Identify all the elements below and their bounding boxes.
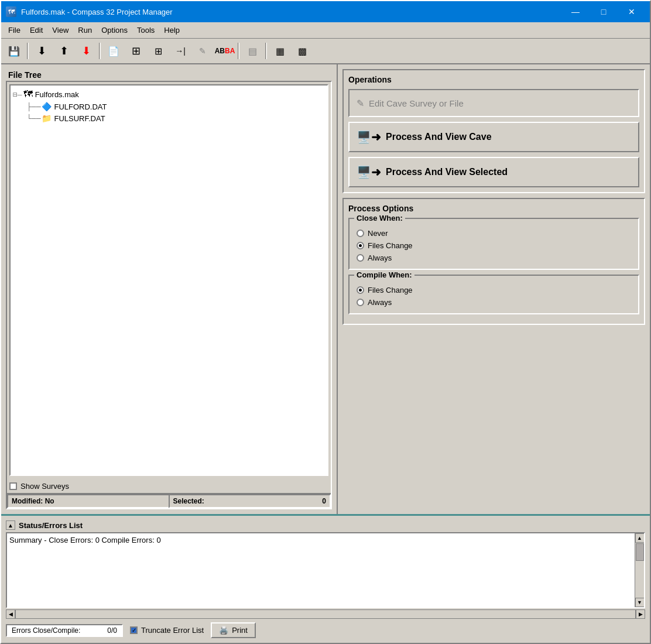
tree-item-fulford[interactable]: ├── 🔷 FULFORD.DAT: [13, 101, 325, 112]
menu-run[interactable]: Run: [73, 24, 97, 36]
menu-help[interactable]: Help: [159, 24, 184, 36]
modified-value: No: [45, 497, 54, 505]
menu-bar: File Edit View Run Options Tools Help: [1, 22, 650, 39]
bottom-header: ▲ Status/Errors List: [4, 518, 647, 532]
radio-compile-files[interactable]: [357, 286, 364, 294]
add-row-button[interactable]: ⊞: [148, 41, 169, 61]
operations-section: Operations ✎ Edit Cave Survey or File 🖥️…: [342, 69, 645, 193]
tree-item-fulsurf-label: FULSURF.DAT: [54, 114, 105, 123]
close-when-title: Close When:: [354, 214, 405, 222]
toolbar-separator-1: [27, 43, 29, 59]
edit-cave-label: Edit Cave Survey or File: [369, 98, 464, 108]
radio-always[interactable]: [357, 254, 364, 262]
truncate-checkbox[interactable]: ✓: [130, 626, 138, 634]
scroll-right-arrow[interactable]: ▶: [636, 609, 645, 619]
print-label: Print: [232, 626, 248, 635]
grid-button[interactable]: ⊞: [125, 41, 146, 61]
process-cave-label: Process And View Cave: [386, 132, 492, 142]
operations-title: Operations: [348, 75, 639, 84]
radio-compile-files-label: Files Change: [368, 286, 413, 294]
horizontal-scrollbar-container: ◀ ▶: [6, 609, 645, 619]
down-red-button[interactable]: ⬇: [76, 41, 97, 61]
selected-value: 0: [322, 497, 326, 505]
maximize-button[interactable]: □: [590, 4, 617, 19]
print-button[interactable]: 🖨️ Print: [211, 622, 256, 638]
radio-compile-always[interactable]: [357, 299, 364, 306]
process-options-title: Process Options: [348, 204, 639, 213]
save-button[interactable]: 💾: [4, 41, 25, 61]
radio-never-row[interactable]: Never: [357, 227, 631, 239]
table-small-button[interactable]: ▤: [242, 41, 263, 61]
vertical-scrollbar[interactable]: ▲ ▼: [635, 533, 644, 607]
move-right-button[interactable]: →|: [170, 41, 191, 61]
bottom-panel: ▲ Status/Errors List Summary - Close Err…: [1, 514, 650, 643]
tree-connector-2: └──: [27, 114, 40, 123]
radio-files-change[interactable]: [357, 242, 364, 249]
tree-connector-root: ⊟–: [13, 90, 22, 99]
process-selected-button[interactable]: 🖥️➜ Process And View Selected: [348, 157, 639, 187]
compile-when-title: Compile When:: [354, 270, 414, 279]
radio-never[interactable]: [357, 229, 364, 237]
selected-cell: Selected: 0: [169, 494, 331, 508]
toolbar: 💾 ⬇ ⬆ ⬇ 📄 ⊞ ⊞ →| ✎ ABBA ▤ ▦ ▩: [1, 39, 650, 64]
tree-root-label: Fulfords.mak: [35, 90, 79, 99]
menu-view[interactable]: View: [47, 24, 73, 36]
error-list-content: Summary - Close Errors: 0 Compile Errors…: [7, 533, 635, 607]
errors-label: Errors Close/Compile:: [12, 626, 80, 635]
scroll-down-arrow[interactable]: ▼: [635, 598, 645, 607]
scroll-up-arrow[interactable]: ▲: [635, 533, 645, 543]
truncate-label: Truncate Error List: [141, 626, 204, 635]
tree-icon-fulford: 🔷: [42, 102, 52, 111]
tree-icon-root: 🗺: [23, 89, 33, 100]
process-selected-icon: 🖥️➜: [357, 165, 381, 179]
radio-compile-always-row[interactable]: Always: [357, 296, 631, 309]
scroll-thumb-v[interactable]: [636, 543, 644, 561]
process-options-section: Process Options Close When: Never Files …: [342, 198, 645, 325]
edit-disabled-button[interactable]: ✎: [192, 41, 213, 61]
status-row: Modified: No Selected: 0: [7, 493, 331, 508]
tree-connector-1: ├──: [27, 102, 40, 111]
menu-options[interactable]: Options: [97, 24, 132, 36]
modified-label: Modified:: [12, 497, 43, 505]
compile-when-group: Compile When: Files Change Always: [348, 275, 639, 314]
scroll-left-arrow[interactable]: ◀: [6, 609, 15, 619]
minimize-button[interactable]: —: [562, 4, 589, 19]
app-icon: 🗺: [6, 6, 16, 17]
close-button[interactable]: ✕: [618, 4, 645, 19]
radio-never-label: Never: [368, 229, 388, 238]
radio-always-label: Always: [368, 254, 392, 262]
table1-button[interactable]: ▦: [269, 41, 290, 61]
process-cave-button[interactable]: 🖥️➜ Process And View Cave: [348, 122, 639, 152]
radio-always-row[interactable]: Always: [357, 252, 631, 264]
summary-text: Summary - Close Errors: 0 Compile Errors…: [9, 536, 161, 544]
table2-button[interactable]: ▩: [292, 41, 313, 61]
sort-up-button[interactable]: ⬆: [53, 41, 74, 61]
document-button[interactable]: 📄: [103, 41, 124, 61]
tree-item-fulsurf[interactable]: └── 📁 FULSURF.DAT: [13, 112, 325, 124]
ab-ba-button[interactable]: ABBA: [214, 41, 235, 61]
menu-tools[interactable]: Tools: [132, 24, 159, 36]
toolbar-separator-2: [99, 43, 101, 59]
tree-icon-fulsurf: 📁: [42, 114, 52, 123]
toolbar-separator-4: [265, 43, 267, 59]
left-panel: File Tree ⊟– 🗺 Fulfords.mak ├── 🔷: [1, 64, 338, 514]
status-errors-title: Status/Errors List: [19, 521, 83, 530]
sort-down-button[interactable]: ⬇: [31, 41, 52, 61]
scroll-track-v: [635, 543, 644, 598]
tree-root[interactable]: ⊟– 🗺 Fulfords.mak: [13, 88, 325, 101]
collapse-icon[interactable]: ▲: [6, 520, 15, 530]
radio-compile-always-label: Always: [368, 298, 392, 307]
errors-field: Errors Close/Compile: 0/0: [6, 624, 123, 637]
selected-label: Selected:: [173, 497, 204, 505]
radio-files-change-label: Files Change: [368, 241, 413, 250]
radio-files-change-row[interactable]: Files Change: [357, 239, 631, 252]
show-surveys-checkbox[interactable]: [9, 482, 17, 490]
edit-cave-button: ✎ Edit Cave Survey or File: [348, 89, 639, 117]
window-title: Fulfords.mak - Compass 32 Project Manage…: [21, 8, 173, 16]
process-selected-label: Process And View Selected: [386, 167, 508, 177]
menu-edit[interactable]: Edit: [25, 24, 47, 36]
process-cave-icon: 🖥️➜: [357, 130, 381, 144]
menu-file[interactable]: File: [4, 24, 25, 36]
horizontal-scrollbar[interactable]: [15, 609, 636, 619]
radio-compile-files-row[interactable]: Files Change: [357, 284, 631, 296]
